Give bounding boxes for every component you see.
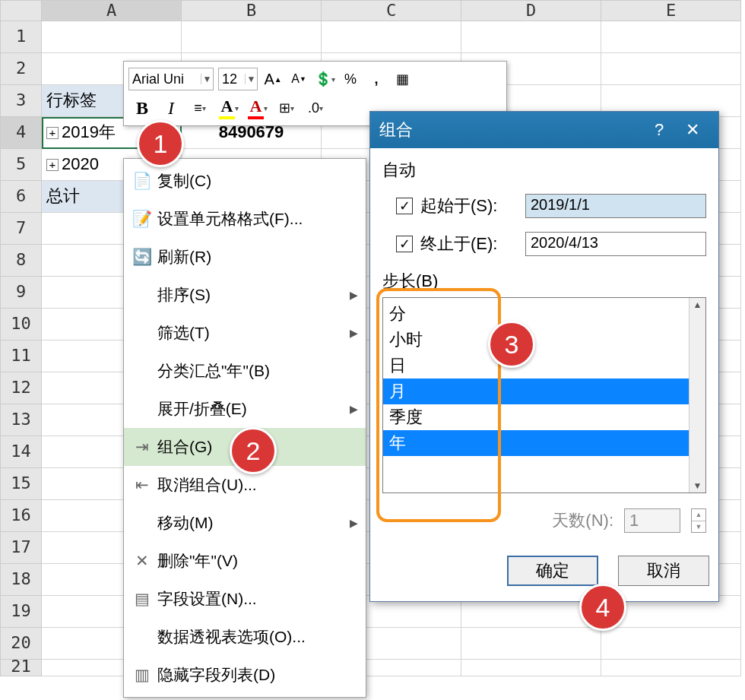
step-option-year[interactable]: 年: [383, 430, 689, 456]
listbox-scrollbar[interactable]: ▲▼: [689, 298, 705, 493]
chevron-down-icon: ▼: [201, 74, 213, 84]
fill-color-button[interactable]: A▾: [218, 97, 239, 119]
col-header-b[interactable]: B: [182, 0, 322, 21]
cell[interactable]: [461, 21, 601, 53]
font-size-select[interactable]: 12▼: [218, 68, 258, 90]
cell[interactable]: [601, 628, 741, 660]
expand-icon[interactable]: +: [46, 127, 59, 139]
grow-font-button[interactable]: A▲: [262, 68, 284, 90]
menu-pivot-options[interactable]: 数据透视表选项(O)...: [124, 618, 366, 656]
step-option-hour[interactable]: 小时: [383, 327, 689, 353]
start-checkbox[interactable]: ✓: [396, 198, 413, 214]
days-spinner[interactable]: ▲▼: [691, 508, 706, 533]
borders-button[interactable]: ⊞▾: [276, 97, 297, 119]
row-header[interactable]: 1: [0, 21, 42, 53]
menu-label: 取消组合(U)...: [157, 474, 358, 496]
expand-icon[interactable]: +: [46, 159, 59, 171]
col-header-a[interactable]: A: [42, 0, 182, 21]
decimal-button[interactable]: .0▾: [305, 97, 326, 119]
cell[interactable]: [601, 21, 741, 53]
format-painter-button[interactable]: ▦: [392, 68, 413, 90]
col-header-e[interactable]: E: [601, 0, 741, 21]
scroll-down-icon[interactable]: ▼: [693, 480, 702, 491]
row-header[interactable]: 4: [0, 117, 42, 149]
row-header[interactable]: 21: [0, 660, 42, 676]
font-color-button[interactable]: A▾: [247, 97, 268, 119]
submenu-arrow-icon: ▶: [350, 403, 358, 415]
cell[interactable]: [601, 53, 741, 85]
row-header[interactable]: 12: [0, 372, 42, 404]
shrink-font-button[interactable]: A▼: [288, 68, 309, 90]
currency-format-button[interactable]: 💲▾: [314, 68, 335, 90]
menu-field-settings[interactable]: ▤字段设置(N)...: [124, 580, 366, 618]
cell[interactable]: [182, 21, 322, 53]
menu-hide-field-list[interactable]: ▥隐藏字段列表(D): [124, 656, 366, 694]
row-header[interactable]: 15: [0, 468, 42, 500]
menu-label: 展开/折叠(E): [157, 398, 350, 420]
col-header-d[interactable]: D: [461, 0, 601, 21]
row-header[interactable]: 20: [0, 628, 42, 660]
menu-label: 字段设置(N)...: [157, 588, 358, 610]
menu-sort[interactable]: 排序(S)▶: [124, 276, 366, 314]
menu-format-cells[interactable]: 📝设置单元格格式(F)...: [124, 200, 366, 238]
col-header-c[interactable]: C: [322, 0, 461, 21]
menu-move[interactable]: 移动(M)▶: [124, 504, 366, 542]
format-cells-icon: 📝: [127, 210, 157, 228]
align-button[interactable]: ≡▾: [189, 97, 211, 119]
days-input[interactable]: 1: [624, 508, 680, 533]
spinner-down-icon[interactable]: ▼: [692, 521, 705, 533]
row-header[interactable]: 5: [0, 149, 42, 181]
row-header[interactable]: 16: [0, 500, 42, 532]
menu-label: 设置单元格格式(F)...: [157, 208, 358, 230]
step-option-day[interactable]: 日: [383, 353, 689, 379]
dialog-title-text: 组合: [379, 119, 642, 141]
menu-copy[interactable]: 📄复制(C): [124, 162, 366, 200]
start-date-input[interactable]: 2019/1/1: [525, 194, 706, 218]
scroll-up-icon[interactable]: ▲: [693, 299, 702, 310]
row-header[interactable]: 6: [0, 181, 42, 213]
select-all-corner[interactable]: [0, 0, 42, 21]
row-header[interactable]: 11: [0, 340, 42, 372]
ok-button[interactable]: 确定: [507, 556, 598, 586]
comma-format-button[interactable]: ,: [366, 68, 387, 90]
cancel-button[interactable]: 取消: [618, 556, 709, 586]
dialog-titlebar[interactable]: 组合 ? ✕: [370, 112, 718, 148]
menu-subtotal[interactable]: 分类汇总"年"(B): [124, 352, 366, 390]
cell[interactable]: [461, 660, 601, 676]
step-listbox[interactable]: 分 小时 日 月 季度 年 ▲▼: [382, 297, 706, 493]
menu-expand-collapse[interactable]: 展开/折叠(E)▶: [124, 390, 366, 428]
end-date-input[interactable]: 2020/4/13: [525, 232, 706, 256]
cell[interactable]: [461, 628, 601, 660]
end-checkbox[interactable]: ✓: [396, 236, 413, 252]
row-header[interactable]: 13: [0, 404, 42, 436]
cell[interactable]: [322, 21, 461, 53]
row-header[interactable]: 2: [0, 53, 42, 85]
row-header[interactable]: 3: [0, 85, 42, 117]
row-header[interactable]: 9: [0, 277, 42, 309]
row-header[interactable]: 17: [0, 532, 42, 564]
row-header[interactable]: 14: [0, 436, 42, 468]
help-button[interactable]: ?: [642, 115, 676, 145]
menu-label: 隐藏字段列表(D): [157, 664, 358, 686]
row-header[interactable]: 10: [0, 309, 42, 340]
step-option-minute[interactable]: 分: [383, 301, 689, 327]
row-header[interactable]: 19: [0, 596, 42, 628]
menu-refresh[interactable]: 🔄刷新(R): [124, 238, 366, 276]
start-label: 起始于(S):: [420, 195, 525, 217]
menu-filter[interactable]: 筛选(T)▶: [124, 314, 366, 352]
submenu-arrow-icon: ▶: [350, 517, 358, 529]
cell[interactable]: [601, 660, 741, 676]
row-header[interactable]: 7: [0, 213, 42, 245]
italic-button[interactable]: I: [160, 97, 182, 119]
step-option-quarter[interactable]: 季度: [383, 404, 689, 430]
font-name-select[interactable]: Arial Uni▼: [128, 68, 214, 90]
step-option-month[interactable]: 月: [383, 379, 689, 404]
percent-format-button[interactable]: %: [340, 68, 361, 90]
bold-button[interactable]: B: [132, 97, 153, 119]
row-header[interactable]: 18: [0, 564, 42, 596]
close-button[interactable]: ✕: [676, 115, 709, 145]
spinner-up-icon[interactable]: ▲: [692, 509, 705, 521]
cell[interactable]: [42, 21, 182, 53]
menu-delete[interactable]: ✕删除"年"(V): [124, 542, 366, 580]
row-header[interactable]: 8: [0, 245, 42, 277]
